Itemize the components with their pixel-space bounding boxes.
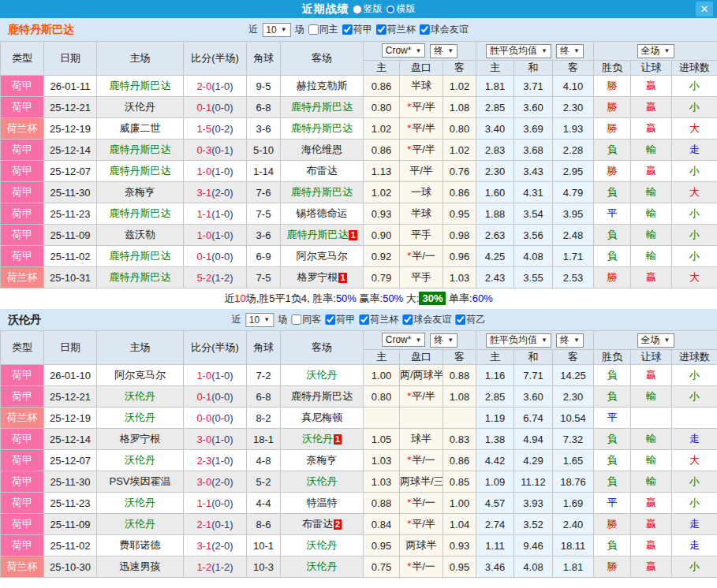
team-label: 鹿特丹斯巴达 xyxy=(291,390,353,402)
corners-cell: 1-14 xyxy=(247,161,281,182)
avg-away-cell: 1.69 xyxy=(553,493,594,514)
halftime-score: (1-0) xyxy=(211,455,233,467)
home-team-cell: 沃伦丹 xyxy=(97,97,184,118)
halftime-score: (2-0) xyxy=(211,187,233,199)
league-filter-1-checkbox[interactable] xyxy=(359,314,369,325)
corners-cell: 3-6 xyxy=(247,118,281,140)
halftime-score: (1-0) xyxy=(211,229,233,241)
league-filter-0[interactable]: 荷甲 xyxy=(342,23,372,36)
league-filter-2[interactable]: 球会友谊 xyxy=(402,313,451,326)
league-filter-1-checkbox[interactable] xyxy=(376,24,387,35)
home-team-cell: 鹿特丹斯巴达 xyxy=(97,267,184,288)
score-cell: 3-1(2-0) xyxy=(184,535,247,556)
fulltime-score: 2-3 xyxy=(196,455,211,467)
home-team-cell: 沃伦丹 xyxy=(97,450,184,471)
league-filter-1[interactable]: 荷兰杯 xyxy=(359,313,398,326)
team-label: 特温特 xyxy=(307,497,338,508)
bookmaker-select[interactable]: Crow*▼ xyxy=(382,333,426,347)
handicap-line-cell: *平/半 xyxy=(400,386,443,408)
red-card-badge: 1 xyxy=(349,230,357,240)
sub-column-header: 和 xyxy=(514,350,553,365)
scope-select[interactable]: 全场▼ xyxy=(637,44,674,58)
league-filter-1[interactable]: 荷兰杯 xyxy=(376,23,416,36)
team-label: 奈梅亨 xyxy=(307,454,338,466)
fulltime-score: 2-0 xyxy=(196,80,211,92)
league-filter-0-checkbox[interactable] xyxy=(325,314,335,325)
handicap-line-cell xyxy=(400,408,443,429)
same-venue-filter-checkbox[interactable] xyxy=(308,24,319,35)
home-odds-cell: 1.00 xyxy=(364,365,400,386)
layout-vertical-option[interactable]: 竖版 xyxy=(353,2,383,16)
match-date-cell: 25-12-07 xyxy=(44,161,97,182)
league-filter-2-checkbox[interactable] xyxy=(420,24,430,35)
handicap-line: 平/半 xyxy=(412,101,435,113)
league-filter-2[interactable]: 球会友谊 xyxy=(420,23,469,36)
layout-horizontal-option[interactable]: 横版 xyxy=(386,2,416,16)
home-odds-cell: 1.05 xyxy=(364,429,400,450)
horizontal-layout-radio[interactable] xyxy=(386,5,395,14)
league-filter-0-checkbox[interactable] xyxy=(342,24,353,35)
corners-cell: 6-8 xyxy=(247,97,281,118)
dropdown-arrow-icon: ▼ xyxy=(281,26,287,33)
corners-cell: 7-5 xyxy=(247,203,281,225)
match-row: 荷甲25-11-02鹿特丹斯巴达0-1(0-0)6-9阿尔克马尔0.92*半/一… xyxy=(1,246,717,267)
match-row: 荷甲25-12-21沃伦丹0-1(0-0)6-8鹿特丹斯巴达0.80*平/半1.… xyxy=(1,97,717,118)
odds-final-select-value: 终 xyxy=(434,333,443,347)
away-odds-cell: 1.03 xyxy=(443,267,476,288)
team-label: 沃伦丹 xyxy=(307,539,338,551)
same-venue-filter[interactable]: 同客 xyxy=(291,313,321,326)
avg-type-select[interactable]: 胜平负均值▼ xyxy=(486,44,551,58)
team-label: 沃伦丹 xyxy=(125,518,155,530)
avg-type-select[interactable]: 胜平负均值▼ xyxy=(486,333,551,348)
avg-draw-cell: 4.94 xyxy=(514,429,553,450)
column-header: 日期 xyxy=(44,42,97,76)
summary-part: 50% xyxy=(383,292,403,304)
changed-line-marker: * xyxy=(407,122,411,134)
fulltime-score: 3-0 xyxy=(196,476,211,488)
corners-cell: 9-5 xyxy=(247,76,281,97)
corners-cell: 18-1 xyxy=(247,429,281,450)
away-odds-cell: 0.83 xyxy=(443,429,476,450)
league-filter-3[interactable]: 荷乙 xyxy=(455,313,485,326)
halftime-score: (0-1) xyxy=(211,144,233,156)
avg-final-select[interactable]: 终▼ xyxy=(556,333,584,348)
recent-count-select[interactable]: 10▼ xyxy=(262,23,290,37)
halftime-score: (0-0) xyxy=(211,251,233,262)
avg-draw-cell: 3.71 xyxy=(514,76,553,97)
avg-type-select-value: 胜平负均值 xyxy=(490,333,537,347)
odds-final-select[interactable]: 终▼ xyxy=(430,44,457,58)
avg-final-select[interactable]: 终▼ xyxy=(556,44,584,58)
recent-count-select[interactable]: 10▼ xyxy=(245,313,274,327)
team-label: 沃伦丹 xyxy=(125,101,155,113)
score-cell: 3-1(2-0) xyxy=(184,182,247,203)
away-team-cell: 格罗宁根1 xyxy=(281,267,364,288)
match-result-cell: 勝 xyxy=(594,161,631,182)
sub-column-header: 和 xyxy=(514,61,553,76)
scope-select[interactable]: 全场▼ xyxy=(637,333,674,348)
avg-away-cell: 2.40 xyxy=(553,514,594,535)
league-filter-0[interactable]: 荷甲 xyxy=(325,313,355,326)
avg-draw-cell: 3.60 xyxy=(514,97,553,118)
match-date-cell: 25-11-30 xyxy=(44,182,97,203)
same-venue-filter[interactable]: 同主 xyxy=(308,23,338,36)
sub-column-header: 让球 xyxy=(631,61,672,76)
column-header: 客场 xyxy=(281,42,364,76)
matches-label: 场 xyxy=(295,23,304,36)
league-filter-3-checkbox[interactable] xyxy=(455,314,465,325)
match-date-cell: 25-11-09 xyxy=(44,225,97,246)
match-result-cell: 勝 xyxy=(594,267,631,288)
team-label: 沃伦丹 xyxy=(125,497,155,508)
home-team-cell: 鹿特丹斯巴达 xyxy=(97,140,184,161)
handicap-line-cell: *半/一 xyxy=(400,556,443,578)
avg-away-cell: 2.95 xyxy=(553,161,594,182)
same-venue-filter-checkbox[interactable] xyxy=(291,314,301,325)
close-button[interactable]: ✕ xyxy=(696,2,713,17)
bookmaker-select[interactable]: Crow*▼ xyxy=(382,43,426,58)
home-team-cell: 兹沃勒 xyxy=(97,225,184,246)
avg-home-cell: 2.74 xyxy=(476,514,514,535)
vertical-layout-radio[interactable] xyxy=(353,5,362,14)
handicap-line: 平/半 xyxy=(412,518,435,530)
odds-final-select[interactable]: 终▼ xyxy=(430,333,457,348)
league-filter-2-checkbox[interactable] xyxy=(402,314,413,325)
team-label: 沃伦丹 xyxy=(302,433,333,445)
